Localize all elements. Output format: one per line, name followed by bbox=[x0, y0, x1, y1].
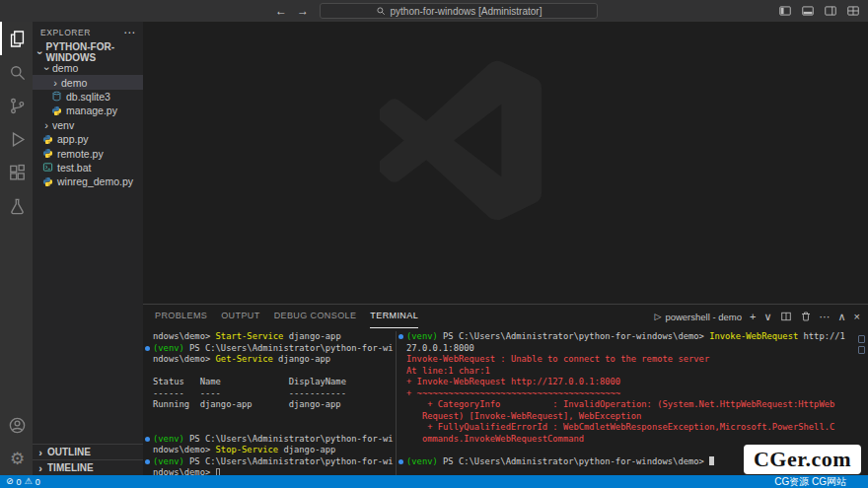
close-panel-button[interactable]: × bbox=[854, 312, 860, 322]
command-decoration-dot[interactable] bbox=[398, 334, 403, 339]
source-control-icon bbox=[8, 97, 27, 115]
customize-layout-icon[interactable] bbox=[846, 4, 860, 18]
error-icon: ⊘ bbox=[6, 477, 14, 486]
panel-actions: ▷ powershell - demo + ∨ ⋯ ∧ × bbox=[654, 311, 860, 322]
tree-item-winreg_demo.py[interactable]: winreg_demo.py bbox=[33, 174, 143, 188]
tree-item-app.py[interactable]: app.py bbox=[33, 132, 143, 146]
python-icon bbox=[42, 148, 53, 159]
editor-and-panel: PROBLEMSOUTPUTDEBUG CONSOLETERMINAL ▷ po… bbox=[143, 22, 868, 475]
gear-icon: ⚙ bbox=[10, 451, 25, 467]
command-decoration-dot[interactable] bbox=[398, 459, 403, 464]
terminal-line: ommands.InvokeWebRequestCommand bbox=[397, 434, 868, 446]
chevron-right-icon: › bbox=[36, 462, 44, 474]
terminal-selector[interactable]: ▷ powershell - demo bbox=[654, 312, 742, 322]
terminal-dropdown-icon[interactable]: ∨ bbox=[763, 312, 771, 322]
file-name: test.bat bbox=[57, 162, 91, 174]
tree-item-remote.py[interactable]: remote.py bbox=[33, 146, 143, 160]
terminal-line: (venv) PS C:\Users\Administrator\python-… bbox=[397, 331, 868, 343]
activity-explorer-button[interactable] bbox=[0, 22, 33, 55]
chevron-down-icon: › bbox=[41, 65, 53, 73]
file-name: demo bbox=[61, 77, 87, 89]
panel-tab-output[interactable]: OUTPUT bbox=[221, 305, 259, 328]
activity-run-debug-button[interactable] bbox=[0, 122, 33, 156]
split-terminal-button[interactable] bbox=[780, 311, 792, 322]
bat-file-icon bbox=[42, 162, 53, 173]
terminal-line: 27.0.0.1:8000 bbox=[397, 343, 868, 355]
panel-tab-terminal[interactable]: TERMINAL bbox=[370, 305, 418, 328]
terminal-line bbox=[143, 422, 396, 434]
outline-label: OUTLINE bbox=[47, 447, 91, 457]
terminal-line bbox=[143, 366, 396, 378]
tree-item-venv[interactable]: ›venv bbox=[33, 118, 143, 132]
toggle-secondary-sidebar-icon[interactable] bbox=[824, 4, 837, 18]
terminal-pane-left[interactable]: ndows\demo> Start-Service django-app(ven… bbox=[143, 331, 396, 475]
search-icon bbox=[376, 6, 386, 16]
panel-more-actions-button[interactable]: ⋯ bbox=[820, 312, 831, 322]
editor-area[interactable] bbox=[143, 22, 868, 304]
panel-tab-debug-console[interactable]: DEBUG CONSOLE bbox=[274, 305, 357, 328]
file-name: venv bbox=[52, 119, 74, 131]
activity-testing-button[interactable] bbox=[0, 189, 33, 223]
chevron-right-icon: › bbox=[36, 447, 44, 458]
tree-item-demo[interactable]: ›demo bbox=[33, 61, 143, 75]
terminal-icon: ▷ bbox=[654, 312, 661, 321]
terminal-cursor bbox=[216, 468, 220, 475]
tree-item-demo[interactable]: ›demo bbox=[33, 75, 143, 89]
command-center-search[interactable]: python-for-windows [Administrator] bbox=[320, 3, 598, 19]
watermark-subtitle: CG资源 CG网站 bbox=[774, 475, 846, 488]
account-button[interactable] bbox=[0, 408, 33, 442]
toggle-sidebar-icon[interactable] bbox=[778, 4, 792, 18]
problems-status[interactable]: ⊘ 0 ⚠ 0 bbox=[6, 477, 40, 487]
run-debug-icon bbox=[8, 130, 27, 149]
activity-extensions-button[interactable] bbox=[0, 156, 33, 189]
new-terminal-button[interactable]: + bbox=[750, 312, 756, 322]
terminal-line: + FullyQualifiedErrorId : WebCmdletWebRe… bbox=[397, 422, 868, 434]
terminal-line: ndows\demo> Start-Service django-app bbox=[143, 331, 396, 343]
terminal-line: + CategoryInfo : InvalidOperation: (Syst… bbox=[397, 399, 868, 411]
terminal-line: At line:1 char:1 bbox=[397, 366, 868, 378]
more-actions-icon[interactable]: ⋯ bbox=[123, 26, 135, 39]
terminal-line: Request) [Invoke-WebRequest], WebExcepti… bbox=[397, 411, 868, 423]
activity-bar: ⚙ bbox=[0, 22, 33, 475]
maximize-panel-button[interactable]: ∧ bbox=[838, 312, 846, 322]
terminal-line bbox=[143, 411, 396, 423]
explorer-sidebar: EXPLORER ⋯ › PYTHON-FOR-WINDOWS ›demo›de… bbox=[33, 22, 143, 475]
activity-search-button[interactable] bbox=[0, 55, 33, 89]
timeline-label: TIMELINE bbox=[47, 462, 94, 473]
tree-item-manage.py[interactable]: manage.py bbox=[33, 104, 143, 117]
outline-section-header[interactable]: › OUTLINE bbox=[33, 444, 143, 459]
beaker-icon bbox=[8, 197, 27, 216]
python-icon bbox=[51, 105, 62, 116]
history-back-button[interactable]: ← bbox=[275, 4, 287, 18]
watermark-box: CGer.com bbox=[744, 445, 861, 474]
command-decoration-dot[interactable] bbox=[145, 459, 150, 464]
file-name: remote.py bbox=[57, 148, 104, 160]
command-decoration-dot[interactable] bbox=[145, 346, 150, 351]
terminal-line: (venv) PS C:\Users\Administrator\python-… bbox=[143, 434, 396, 446]
project-name: PYTHON-FOR-WINDOWS bbox=[46, 41, 143, 63]
terminal-line: Running django-app django-app bbox=[143, 399, 396, 411]
activity-source-control-button[interactable] bbox=[0, 89, 33, 122]
terminal-line: + Invoke-WebRequest http://127.0.0.1:800… bbox=[397, 377, 868, 388]
workbench: ⚙ EXPLORER ⋯ › PYTHON-FOR-WINDOWS ›demo›… bbox=[0, 22, 868, 475]
file-name: db.sqlite3 bbox=[66, 91, 110, 103]
settings-button[interactable]: ⚙ bbox=[0, 442, 33, 475]
tree-item-db.sqlite3[interactable]: db.sqlite3 bbox=[33, 90, 143, 104]
chevron-right-icon: › bbox=[51, 77, 59, 89]
tree-item-test.bat[interactable]: test.bat bbox=[33, 161, 143, 174]
command-decoration-dot[interactable] bbox=[145, 437, 150, 442]
error-count: 0 bbox=[17, 477, 22, 487]
chevron-right-icon: › bbox=[42, 119, 50, 131]
terminal-line: Status Name DisplayName bbox=[143, 377, 396, 388]
terminal-scroll-decorations bbox=[857, 335, 866, 354]
terminal-line: ndows\demo> Get-Service django-app bbox=[143, 354, 396, 366]
explorer-title: EXPLORER bbox=[40, 28, 91, 37]
timeline-section-header[interactable]: › TIMELINE bbox=[33, 459, 143, 475]
toggle-panel-icon[interactable] bbox=[801, 4, 815, 18]
kill-terminal-button[interactable] bbox=[800, 311, 812, 322]
project-section-header[interactable]: › PYTHON-FOR-WINDOWS bbox=[33, 43, 143, 61]
panel-tab-problems[interactable]: PROBLEMS bbox=[155, 305, 207, 328]
history-forward-button[interactable]: → bbox=[297, 4, 309, 18]
split-icon bbox=[780, 311, 792, 322]
terminal-line: ndows\demo> Stop-Service django-app bbox=[143, 445, 396, 456]
